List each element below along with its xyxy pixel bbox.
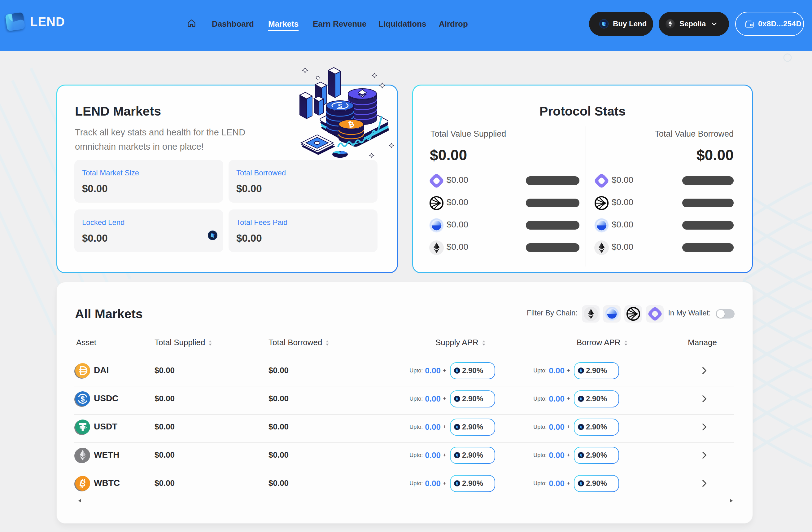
svg-text:$: $ — [81, 395, 85, 403]
svg-text:S: S — [338, 103, 342, 110]
